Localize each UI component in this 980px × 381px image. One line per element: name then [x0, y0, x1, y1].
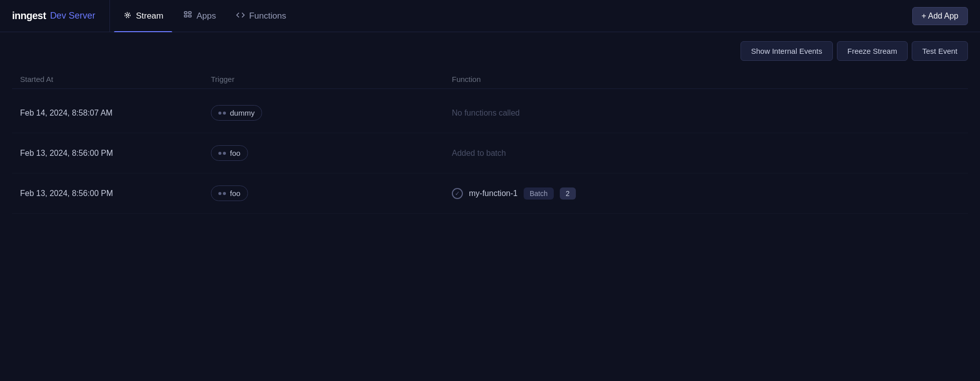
batch-badge: Batch	[524, 187, 554, 200]
cell-started-at: Feb 14, 2024, 8:58:07 AM	[20, 109, 211, 118]
cell-function: Added to batch	[452, 149, 960, 158]
col-header-function: Function	[452, 75, 960, 83]
svg-point-1	[125, 12, 130, 18]
added-to-batch-text: Added to batch	[452, 149, 506, 158]
cell-started-at: Feb 13, 2024, 8:56:00 PM	[20, 189, 211, 198]
cell-function: ✓ my-function-1 Batch 2	[452, 187, 960, 200]
svg-rect-2	[185, 12, 187, 14]
trigger-label: foo	[230, 149, 240, 157]
nav-item-stream[interactable]: Stream	[114, 0, 173, 32]
cell-function: No functions called	[452, 109, 960, 118]
show-internal-events-button[interactable]: Show Internal Events	[741, 41, 833, 61]
trigger-badge: foo	[211, 145, 248, 161]
check-icon: ✓	[452, 188, 463, 199]
svg-rect-3	[189, 12, 191, 14]
svg-rect-5	[189, 15, 191, 17]
nav-label-stream: Stream	[136, 11, 164, 21]
logo-devserver: Dev Server	[50, 11, 95, 21]
cell-started-at: Feb 13, 2024, 8:56:00 PM	[20, 149, 211, 158]
trigger-dots-icon	[218, 152, 226, 155]
trigger-label: foo	[230, 189, 240, 198]
svg-rect-4	[185, 15, 187, 17]
function-name: my-function-1	[469, 189, 518, 198]
main-nav: Stream Apps Functions	[110, 0, 295, 32]
trigger-dots-icon	[218, 112, 226, 115]
table-row[interactable]: Feb 14, 2024, 8:58:07 AM dummy No functi…	[12, 93, 968, 133]
trigger-badge: foo	[211, 185, 248, 201]
cell-trigger: foo	[211, 185, 452, 201]
trigger-badge: dummy	[211, 105, 262, 121]
batch-count: 2	[560, 187, 576, 200]
cell-trigger: foo	[211, 145, 452, 161]
nav-label-apps: Apps	[196, 11, 216, 21]
col-header-trigger: Trigger	[211, 75, 452, 83]
table-row[interactable]: Feb 13, 2024, 8:56:00 PM foo ✓ my-functi…	[12, 173, 968, 214]
header: inngest Dev Server Stream	[0, 0, 980, 32]
svg-point-0	[126, 14, 129, 16]
stream-icon	[123, 11, 132, 22]
add-app-button[interactable]: + Add App	[912, 7, 968, 25]
apps-icon	[183, 11, 192, 22]
no-functions-text: No functions called	[452, 109, 520, 118]
freeze-stream-button[interactable]: Freeze Stream	[837, 41, 908, 61]
trigger-label: dummy	[230, 109, 255, 117]
logo-area: inngest Dev Server	[12, 0, 110, 32]
nav-label-functions: Functions	[249, 11, 286, 21]
test-event-button[interactable]: Test Event	[912, 41, 968, 61]
header-actions: + Add App	[912, 7, 968, 25]
nav-item-apps[interactable]: Apps	[174, 0, 225, 32]
functions-icon	[236, 11, 245, 22]
nav-item-functions[interactable]: Functions	[227, 0, 295, 32]
events-table: Started At Trigger Function Feb 14, 2024…	[0, 70, 980, 214]
trigger-dots-icon	[218, 192, 226, 195]
cell-trigger: dummy	[211, 105, 452, 121]
col-header-started-at: Started At	[20, 75, 211, 83]
table-header: Started At Trigger Function	[12, 70, 968, 89]
table-row[interactable]: Feb 13, 2024, 8:56:00 PM foo Added to ba…	[12, 133, 968, 173]
logo-inngest: inngest	[12, 10, 46, 22]
toolbar: Show Internal Events Freeze Stream Test …	[0, 32, 980, 70]
